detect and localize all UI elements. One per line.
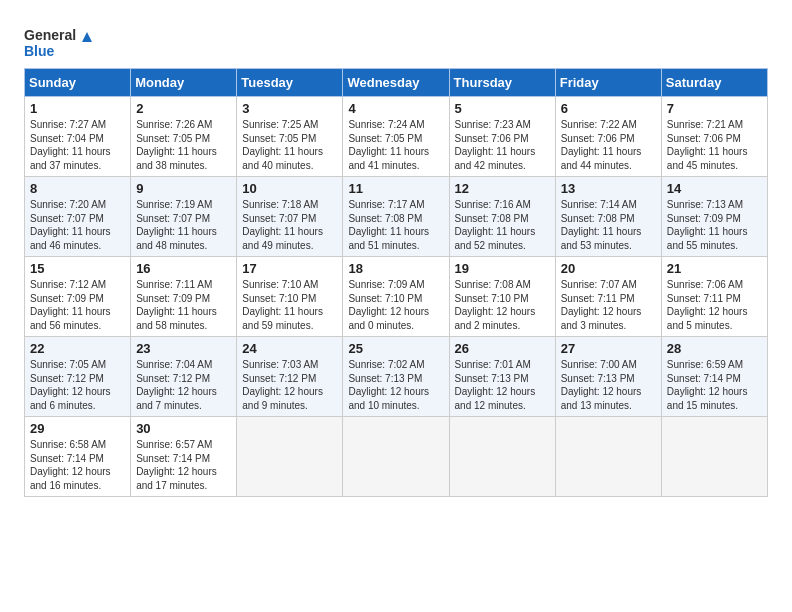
header-friday: Friday — [555, 69, 661, 97]
calendar-cell: 11Sunrise: 7:17 AM Sunset: 7:08 PM Dayli… — [343, 177, 449, 257]
calendar-cell: 21Sunrise: 7:06 AM Sunset: 7:11 PM Dayli… — [661, 257, 767, 337]
calendar-cell: 28Sunrise: 6:59 AM Sunset: 7:14 PM Dayli… — [661, 337, 767, 417]
day-number: 30 — [136, 421, 231, 436]
day-number: 9 — [136, 181, 231, 196]
calendar-cell: 14Sunrise: 7:13 AM Sunset: 7:09 PM Dayli… — [661, 177, 767, 257]
calendar-week-3: 15Sunrise: 7:12 AM Sunset: 7:09 PM Dayli… — [25, 257, 768, 337]
calendar-cell: 16Sunrise: 7:11 AM Sunset: 7:09 PM Dayli… — [131, 257, 237, 337]
calendar-cell: 9Sunrise: 7:19 AM Sunset: 7:07 PM Daylig… — [131, 177, 237, 257]
day-content: Sunrise: 7:03 AM Sunset: 7:12 PM Dayligh… — [242, 358, 337, 412]
day-number: 18 — [348, 261, 443, 276]
calendar-cell: 19Sunrise: 7:08 AM Sunset: 7:10 PM Dayli… — [449, 257, 555, 337]
day-number: 19 — [455, 261, 550, 276]
day-content: Sunrise: 7:04 AM Sunset: 7:12 PM Dayligh… — [136, 358, 231, 412]
day-content: Sunrise: 7:21 AM Sunset: 7:06 PM Dayligh… — [667, 118, 762, 172]
calendar-week-5: 29Sunrise: 6:58 AM Sunset: 7:14 PM Dayli… — [25, 417, 768, 497]
header-tuesday: Tuesday — [237, 69, 343, 97]
day-number: 14 — [667, 181, 762, 196]
day-content: Sunrise: 7:17 AM Sunset: 7:08 PM Dayligh… — [348, 198, 443, 252]
calendar-cell: 8Sunrise: 7:20 AM Sunset: 7:07 PM Daylig… — [25, 177, 131, 257]
calendar-cell: 2Sunrise: 7:26 AM Sunset: 7:05 PM Daylig… — [131, 97, 237, 177]
calendar-cell: 22Sunrise: 7:05 AM Sunset: 7:12 PM Dayli… — [25, 337, 131, 417]
day-content: Sunrise: 7:16 AM Sunset: 7:08 PM Dayligh… — [455, 198, 550, 252]
day-content: Sunrise: 7:02 AM Sunset: 7:13 PM Dayligh… — [348, 358, 443, 412]
calendar-cell: 3Sunrise: 7:25 AM Sunset: 7:05 PM Daylig… — [237, 97, 343, 177]
day-content: Sunrise: 7:08 AM Sunset: 7:10 PM Dayligh… — [455, 278, 550, 332]
day-number: 22 — [30, 341, 125, 356]
day-number: 21 — [667, 261, 762, 276]
day-number: 10 — [242, 181, 337, 196]
calendar-cell: 23Sunrise: 7:04 AM Sunset: 7:12 PM Dayli… — [131, 337, 237, 417]
header-wednesday: Wednesday — [343, 69, 449, 97]
day-number: 11 — [348, 181, 443, 196]
calendar-cell: 4Sunrise: 7:24 AM Sunset: 7:05 PM Daylig… — [343, 97, 449, 177]
day-number: 8 — [30, 181, 125, 196]
calendar-cell: 27Sunrise: 7:00 AM Sunset: 7:13 PM Dayli… — [555, 337, 661, 417]
day-number: 5 — [455, 101, 550, 116]
day-number: 1 — [30, 101, 125, 116]
day-content: Sunrise: 7:18 AM Sunset: 7:07 PM Dayligh… — [242, 198, 337, 252]
calendar-cell: 30Sunrise: 6:57 AM Sunset: 7:14 PM Dayli… — [131, 417, 237, 497]
svg-marker-2 — [82, 32, 92, 42]
day-number: 3 — [242, 101, 337, 116]
header-monday: Monday — [131, 69, 237, 97]
calendar-cell: 15Sunrise: 7:12 AM Sunset: 7:09 PM Dayli… — [25, 257, 131, 337]
calendar-cell: 12Sunrise: 7:16 AM Sunset: 7:08 PM Dayli… — [449, 177, 555, 257]
day-content: Sunrise: 7:10 AM Sunset: 7:10 PM Dayligh… — [242, 278, 337, 332]
calendar-cell — [343, 417, 449, 497]
day-content: Sunrise: 7:01 AM Sunset: 7:13 PM Dayligh… — [455, 358, 550, 412]
calendar-cell: 29Sunrise: 6:58 AM Sunset: 7:14 PM Dayli… — [25, 417, 131, 497]
day-number: 12 — [455, 181, 550, 196]
calendar-cell: 13Sunrise: 7:14 AM Sunset: 7:08 PM Dayli… — [555, 177, 661, 257]
calendar-cell: 25Sunrise: 7:02 AM Sunset: 7:13 PM Dayli… — [343, 337, 449, 417]
calendar-cell: 1Sunrise: 7:27 AM Sunset: 7:04 PM Daylig… — [25, 97, 131, 177]
calendar-header-row: SundayMondayTuesdayWednesdayThursdayFrid… — [25, 69, 768, 97]
header-thursday: Thursday — [449, 69, 555, 97]
day-content: Sunrise: 7:24 AM Sunset: 7:05 PM Dayligh… — [348, 118, 443, 172]
day-number: 16 — [136, 261, 231, 276]
calendar-cell — [237, 417, 343, 497]
day-content: Sunrise: 7:05 AM Sunset: 7:12 PM Dayligh… — [30, 358, 125, 412]
day-content: Sunrise: 7:22 AM Sunset: 7:06 PM Dayligh… — [561, 118, 656, 172]
logo: GeneralBlue — [24, 24, 96, 60]
calendar-cell: 6Sunrise: 7:22 AM Sunset: 7:06 PM Daylig… — [555, 97, 661, 177]
day-number: 13 — [561, 181, 656, 196]
day-content: Sunrise: 7:27 AM Sunset: 7:04 PM Dayligh… — [30, 118, 125, 172]
day-content: Sunrise: 7:25 AM Sunset: 7:05 PM Dayligh… — [242, 118, 337, 172]
day-content: Sunrise: 7:23 AM Sunset: 7:06 PM Dayligh… — [455, 118, 550, 172]
day-number: 7 — [667, 101, 762, 116]
day-number: 15 — [30, 261, 125, 276]
day-content: Sunrise: 7:06 AM Sunset: 7:11 PM Dayligh… — [667, 278, 762, 332]
day-number: 28 — [667, 341, 762, 356]
day-content: Sunrise: 6:59 AM Sunset: 7:14 PM Dayligh… — [667, 358, 762, 412]
day-content: Sunrise: 7:00 AM Sunset: 7:13 PM Dayligh… — [561, 358, 656, 412]
calendar-week-4: 22Sunrise: 7:05 AM Sunset: 7:12 PM Dayli… — [25, 337, 768, 417]
header-saturday: Saturday — [661, 69, 767, 97]
day-content: Sunrise: 7:12 AM Sunset: 7:09 PM Dayligh… — [30, 278, 125, 332]
day-content: Sunrise: 7:19 AM Sunset: 7:07 PM Dayligh… — [136, 198, 231, 252]
calendar-cell — [661, 417, 767, 497]
calendar-cell: 24Sunrise: 7:03 AM Sunset: 7:12 PM Dayli… — [237, 337, 343, 417]
calendar-cell — [449, 417, 555, 497]
day-content: Sunrise: 7:07 AM Sunset: 7:11 PM Dayligh… — [561, 278, 656, 332]
calendar-week-1: 1Sunrise: 7:27 AM Sunset: 7:04 PM Daylig… — [25, 97, 768, 177]
page-header: GeneralBlue — [24, 20, 768, 60]
day-number: 2 — [136, 101, 231, 116]
day-content: Sunrise: 6:58 AM Sunset: 7:14 PM Dayligh… — [30, 438, 125, 492]
calendar-cell: 10Sunrise: 7:18 AM Sunset: 7:07 PM Dayli… — [237, 177, 343, 257]
day-number: 29 — [30, 421, 125, 436]
day-content: Sunrise: 7:14 AM Sunset: 7:08 PM Dayligh… — [561, 198, 656, 252]
calendar-cell: 26Sunrise: 7:01 AM Sunset: 7:13 PM Dayli… — [449, 337, 555, 417]
logo-svg: GeneralBlue — [24, 24, 96, 60]
calendar-cell — [555, 417, 661, 497]
calendar-cell: 20Sunrise: 7:07 AM Sunset: 7:11 PM Dayli… — [555, 257, 661, 337]
day-number: 26 — [455, 341, 550, 356]
day-number: 4 — [348, 101, 443, 116]
day-content: Sunrise: 7:13 AM Sunset: 7:09 PM Dayligh… — [667, 198, 762, 252]
day-number: 23 — [136, 341, 231, 356]
day-number: 24 — [242, 341, 337, 356]
day-number: 20 — [561, 261, 656, 276]
calendar-cell: 5Sunrise: 7:23 AM Sunset: 7:06 PM Daylig… — [449, 97, 555, 177]
calendar-table: SundayMondayTuesdayWednesdayThursdayFrid… — [24, 68, 768, 497]
calendar-cell: 7Sunrise: 7:21 AM Sunset: 7:06 PM Daylig… — [661, 97, 767, 177]
